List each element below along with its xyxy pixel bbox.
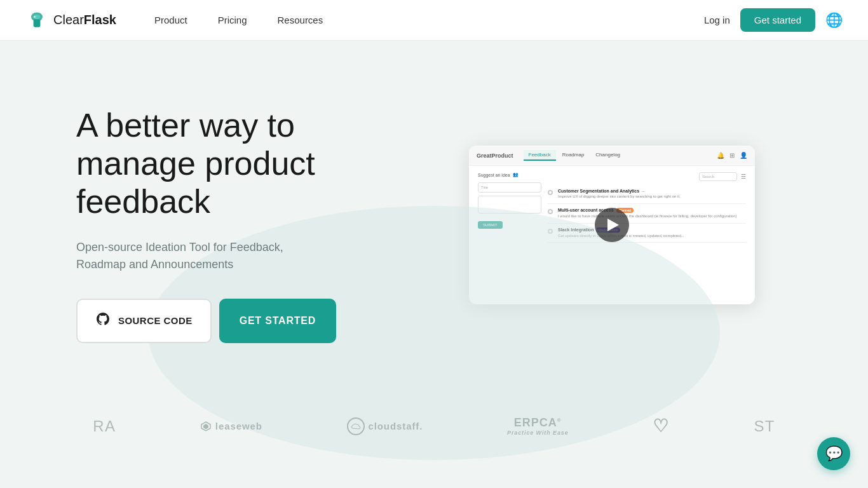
get-started-hero-button[interactable]: GET STARTED [219,299,337,343]
login-link[interactable]: Log in [704,15,730,25]
hero-subtitle: Open-source Ideation Tool for Feedback, … [76,239,318,273]
mockup-suggest-row: Suggest an idea 👥 [478,172,541,177]
leaseweb-icon [200,421,212,432]
mockup-tab-feedback[interactable]: Feedback [524,150,556,161]
mockup-item-title-2: Multi-user account access Planned [558,208,737,213]
nav-pricing[interactable]: Pricing [205,10,260,30]
mockup-item-2: Multi-user account access Planned I woul… [548,204,746,224]
hero-buttons: SOURCE CODE GET STARTED [76,299,407,343]
logo-leaseweb: leaseweb [200,421,262,432]
logo-icon [25,9,48,32]
get-started-nav-button[interactable]: Get started [740,8,815,32]
translate-icon[interactable]: 🌐 [825,12,843,29]
logo[interactable]: ClearFlask [25,9,116,32]
play-button[interactable] [595,208,629,242]
mockup-item-content-1: Customer Segmentation and Analytics ··· … [558,189,679,200]
mockup-item-desc-2: I would like to have multiple users acce… [558,214,737,219]
mockup-bell-icon: 🔔 [717,152,724,159]
mockup-tab-roadmap[interactable]: Roadmap [557,150,590,161]
cloudstaff-icon [347,417,365,435]
mockup-grid-icon: ⊞ [729,152,735,159]
mockup-brand: GreatProduct [477,152,513,159]
svg-point-3 [34,15,36,18]
navbar: ClearFlask Product Pricing Resources Log… [0,0,868,41]
hero-title: A better way to manage product feedback [76,107,407,220]
mockup-item-dot-2 [548,209,553,214]
mockup-topbar: GreatProduct Feedback Roadmap Changelog … [469,146,755,166]
logo-text: ClearFlask [53,13,116,27]
mockup-item-content-2: Multi-user account access Planned I woul… [558,208,737,219]
logo-ra: RA [93,417,116,435]
mockup-tabs: Feedback Roadmap Changelog [524,150,626,161]
nav-links: Product Pricing Resources [142,10,704,30]
nav-resources[interactable]: Resources [265,10,336,30]
mockup-item-1: Customer Segmentation and Analytics ··· … [548,185,746,204]
nav-actions: Log in Get started 🌐 [704,8,843,32]
mockup-suggest-text: Suggest an idea [478,173,510,177]
source-code-button[interactable]: SOURCE CODE [76,299,212,343]
hero-left: A better way to manage product feedback … [76,107,407,342]
mockup-tab-changelog[interactable]: Changelog [590,150,625,161]
mockup-item-title-1: Customer Segmentation and Analytics ··· [558,189,679,193]
svg-marker-5 [203,424,208,430]
mockup-item-desc-1: Improve UX of digging deeper into conten… [558,194,679,200]
mockup-suggest-icon: 👥 [513,172,519,177]
mockup-topbar-icons: 🔔 ⊞ 👤 [717,152,747,159]
chat-bubble-button[interactable]: 💬 [817,437,850,470]
mockup-search-input[interactable]: Search [699,172,737,181]
logo-cloudstaff: cloudstaff. [347,417,423,435]
mockup-filter-icon[interactable]: ☰ [741,173,746,180]
logo-heart: ♡ [653,416,669,437]
mockup-user-icon: 👤 [740,152,747,159]
nav-product[interactable]: Product [142,10,200,30]
logos-section: RA leaseweb cloudstaff. ERPCA® Practice … [0,403,868,449]
svg-rect-1 [34,19,41,27]
play-triangle-icon [607,219,619,231]
mockup-search-row: Search ☰ [548,172,746,181]
github-icon [95,311,111,330]
source-code-label: SOURCE CODE [118,315,193,326]
mockup-item-dot-1 [548,190,553,195]
logo-st: ST [754,417,775,435]
chat-icon: 💬 [825,445,843,462]
logo-erpca: ERPCA® Practice With Ease [507,416,569,436]
mockup-title-input[interactable]: Title [478,182,541,193]
hero-section: A better way to manage product feedback … [0,41,868,396]
